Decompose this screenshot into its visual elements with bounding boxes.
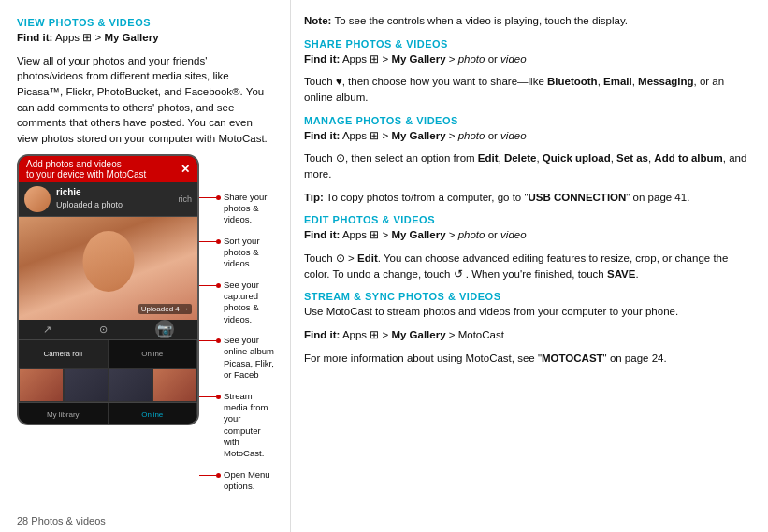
motocast-tab[interactable]: Online — [109, 403, 198, 425]
callout-dot-2 — [216, 239, 221, 244]
profile-activity: Uploaded a photo — [56, 199, 123, 211]
callout-line-4 — [199, 340, 216, 341]
manage-find-it: Find it: Apps ⊞ > My Gallery > photo or … — [304, 128, 751, 144]
camera-icon: 📷 — [155, 320, 174, 338]
camera-roll-tab[interactable]: Camera roll — [19, 340, 109, 368]
grid-cell-2 — [64, 368, 109, 402]
phone-bottom-tabs: My library Online — [19, 402, 197, 425]
view-body-text: View all of your photos and your friends… — [17, 53, 275, 147]
callout-dot-1 — [216, 195, 221, 200]
callout-dot-6 — [216, 473, 221, 478]
callout-container: Share your photos & videos. Sort your ph… — [199, 192, 279, 502]
grid-cell-4 — [152, 368, 197, 402]
phone-header: Add photos and videosto your device with… — [19, 156, 197, 182]
note-label: Note: — [304, 15, 331, 26]
manage-tip: Tip: To copy photos to/from a computer, … — [304, 190, 751, 206]
callout-text-3: See your captured photos & videos. — [224, 280, 279, 325]
note-text: To see the controls when a video is play… — [334, 15, 628, 26]
online-tab[interactable]: Online — [109, 340, 198, 368]
callout-1: Share your photos & videos. — [199, 192, 279, 226]
callout-line-6 — [199, 475, 216, 476]
callout-text-5: Stream media from your computer with Mot… — [224, 391, 279, 460]
phone-mockup: Add photos and videosto your device with… — [17, 154, 279, 435]
sort-icons-row: ↗ ⊙ 📷 — [19, 320, 197, 340]
edit-section: EDIT PHOTOS & VIDEOS Find it: Apps ⊞ > M… — [304, 214, 751, 281]
edit-find-label: Find it: — [304, 229, 340, 240]
callout-line-3 — [199, 285, 216, 286]
page-number: 28 — [17, 515, 28, 526]
photo-grid-row-1 — [19, 368, 197, 402]
callout-line-5 — [199, 396, 216, 397]
callout-text-4: See your online album Picasa, Flikr, or … — [224, 335, 279, 381]
callout-line-1 — [199, 197, 216, 198]
manage-body: Touch ⊙, then select an option from Edit… — [304, 151, 751, 181]
share-body: Touch ♥, then choose how you want to sha… — [304, 74, 751, 105]
share-section: SHARE PHOTOS & VIDEOS Find it: Apps ⊞ > … — [304, 38, 751, 106]
photo-face — [82, 231, 134, 292]
profile-name: richie — [56, 186, 123, 199]
callout-text-2: Sort your photos & videos. — [224, 236, 279, 270]
share-find-text: Apps ⊞ > My Gallery > photo or video — [342, 53, 527, 65]
phone-tabs-row: Camera roll Online — [19, 340, 197, 368]
stream-section-title: STREAM & SYNC PHOTOS & VIDEOS — [304, 291, 751, 302]
callout-6: Open Menu options. — [199, 469, 279, 493]
left-column: VIEW PHOTOS & VIDEOS Find it: Apps ⊞ > M… — [0, 0, 290, 532]
view-find-it: Find it: Apps ⊞ > My Gallery — [17, 30, 275, 46]
note-block: Note: To see the controls when a video i… — [304, 13, 751, 29]
find-it-label: Find it: — [17, 32, 52, 43]
manage-section: MANAGE PHOTOS & VIDEOS Find it: Apps ⊞ >… — [304, 115, 751, 206]
manage-section-title: MANAGE PHOTOS & VIDEOS — [304, 115, 751, 126]
manage-find-text: Apps ⊞ > My Gallery > photo or video — [342, 130, 527, 141]
view-section-title: VIEW PHOTOS & VIDEOS — [17, 17, 275, 28]
phone-screen: Add photos and videosto your device with… — [17, 154, 199, 425]
callout-text-6: Open Menu options. — [224, 469, 279, 493]
stream-body1: Use MotoCast to stream photos and videos… — [304, 304, 751, 320]
sort-icon: ⊙ — [99, 324, 108, 336]
stream-find-label: Find it: — [304, 329, 340, 340]
share-icon: ↗ — [43, 324, 51, 336]
callout-2: Sort your photos & videos. — [199, 236, 279, 270]
stream-body2: For more information about using MotoCas… — [304, 351, 751, 367]
edit-find-text: Apps ⊞ > My Gallery > photo or video — [342, 229, 527, 240]
manage-find-label: Find it: — [304, 130, 340, 141]
callout-dot-3 — [216, 283, 221, 288]
grid-cell-1 — [19, 368, 64, 402]
grid-cell-3 — [109, 368, 153, 402]
edit-body: Touch ⊙ > Edit. You can choose advanced … — [304, 251, 751, 281]
page-footer: 28 Photos & videos — [17, 515, 106, 526]
stream-find-it: Find it: Apps ⊞ > My Gallery > MotoCast — [304, 327, 751, 343]
stream-find-text: Apps ⊞ > My Gallery > MotoCast — [342, 329, 504, 340]
callout-5: Stream media from your computer with Mot… — [199, 391, 279, 460]
close-icon: ✕ — [181, 163, 190, 176]
edit-section-title: EDIT PHOTOS & VIDEOS — [304, 214, 751, 225]
photo-upload-label: Uploaded 4 → — [138, 304, 192, 314]
profile-area: richie Uploaded a photo rich — [19, 182, 197, 217]
profile-info: richie Uploaded a photo — [56, 186, 123, 211]
main-photo: Uploaded 4 → — [19, 217, 197, 320]
callout-dot-5 — [216, 395, 221, 399]
stream-section: STREAM & SYNC PHOTOS & VIDEOS Use MotoCa… — [304, 291, 751, 366]
callout-dot-4 — [216, 338, 221, 343]
callout-line-2 — [199, 241, 216, 242]
callout-4: See your online album Picasa, Flikr, or … — [199, 335, 279, 381]
friends-tab[interactable]: My library — [19, 403, 109, 425]
share-find-it: Find it: Apps ⊞ > My Gallery > photo or … — [304, 51, 751, 67]
callout-text-1: Share your photos & videos. — [224, 192, 279, 226]
phone-header-label: Add photos and videosto your device with… — [26, 159, 146, 180]
edit-find-it: Find it: Apps ⊞ > My Gallery > photo or … — [304, 227, 751, 243]
share-find-label: Find it: — [304, 53, 340, 65]
profile-time: rich — [178, 194, 192, 204]
callout-3: See your captured photos & videos. — [199, 280, 279, 325]
share-section-title: SHARE PHOTOS & VIDEOS — [304, 38, 751, 50]
page-label-text: Photos & videos — [31, 515, 106, 526]
right-column: Note: To see the controls when a video i… — [290, 0, 768, 532]
find-it-text: Apps ⊞ > My Gallery — [55, 32, 159, 43]
avatar — [24, 186, 51, 212]
